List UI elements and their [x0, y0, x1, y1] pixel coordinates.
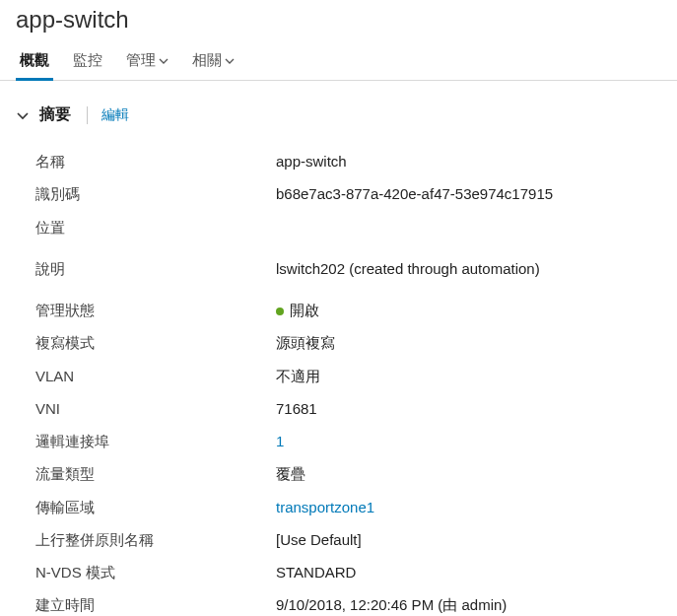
tab-related[interactable]: 相關	[188, 43, 238, 80]
chevron-down-icon[interactable]	[16, 108, 30, 122]
value-name: app-switch	[276, 150, 347, 172]
row-created: 建立時間 9/10/2018, 12:20:46 PM (由 admin)	[35, 588, 677, 616]
row-logical-ports: 邏輯連接埠 1	[35, 425, 677, 457]
value-transport-zone-link[interactable]: transportzone1	[276, 496, 374, 518]
value-description: lswitch202 (created through automation)	[276, 257, 540, 280]
status-dot-icon	[276, 308, 284, 315]
row-location: 位置	[35, 211, 677, 243]
label-replication-mode: 複寫模式	[35, 331, 276, 354]
chevron-down-icon	[225, 56, 235, 66]
label-transport-zone: 傳輸區域	[35, 496, 276, 518]
label-created: 建立時間	[35, 593, 276, 616]
summary-details: 名稱 app-switch 識別碼 b68e7ac3-877a-420e-af4…	[0, 131, 677, 616]
label-admin-status: 管理狀態	[35, 299, 276, 321]
tab-overview[interactable]: 概觀	[16, 43, 53, 80]
row-name: 名稱 app-switch	[35, 145, 677, 177]
value-uplink-teaming-policy: [Use Default]	[276, 528, 362, 551]
value-vlan: 不適用	[276, 365, 320, 387]
value-traffic-type: 覆疊	[276, 462, 305, 485]
chevron-down-icon	[159, 56, 169, 66]
row-description: 說明 lswitch202 (created through automatio…	[35, 243, 677, 285]
row-replication-mode: 複寫模式 源頭複寫	[35, 326, 677, 359]
section-header-summary: 摘要 編輯	[0, 81, 677, 131]
label-description: 說明	[35, 257, 276, 280]
row-traffic-type: 流量類型 覆疊	[35, 457, 677, 490]
row-vni: VNI 71681	[35, 392, 677, 425]
value-vni: 71681	[276, 397, 317, 420]
tab-monitor-label: 監控	[73, 51, 102, 70]
tab-overview-label: 概觀	[20, 51, 49, 70]
value-admin-status: 開啟	[276, 299, 319, 321]
value-id: b68e7ac3-877a-420e-af47-53e974c17915	[276, 182, 553, 205]
edit-link[interactable]: 編輯	[102, 106, 129, 124]
row-uplink-teaming-policy: 上行整併原則名稱 [Use Default]	[35, 523, 677, 556]
section-title: 摘要	[39, 104, 71, 125]
tab-manage-label: 管理	[126, 51, 156, 70]
value-replication-mode: 源頭複寫	[276, 331, 335, 354]
label-name: 名稱	[35, 150, 276, 172]
row-nvds-mode: N-VDS 模式 STANDARD	[35, 556, 677, 588]
label-id: 識別碼	[35, 182, 276, 205]
value-logical-ports-link[interactable]: 1	[276, 430, 284, 452]
value-nvds-mode: STANDARD	[276, 561, 356, 583]
tab-related-label: 相關	[192, 51, 222, 70]
tab-monitor[interactable]: 監控	[69, 43, 106, 80]
label-traffic-type: 流量類型	[35, 462, 276, 485]
label-vlan: VLAN	[35, 365, 276, 387]
label-vni: VNI	[35, 397, 276, 420]
row-id: 識別碼 b68e7ac3-877a-420e-af47-53e974c17915	[35, 177, 677, 210]
page-title: app-switch	[0, 0, 677, 43]
row-vlan: VLAN 不適用	[35, 360, 677, 392]
row-admin-status: 管理狀態 開啟	[35, 285, 677, 326]
value-created: 9/10/2018, 12:20:46 PM (由 admin)	[276, 593, 507, 616]
row-transport-zone: 傳輸區域 transportzone1	[35, 491, 677, 523]
label-nvds-mode: N-VDS 模式	[35, 561, 276, 583]
label-logical-ports: 邏輯連接埠	[35, 430, 276, 452]
divider	[87, 106, 88, 124]
label-location: 位置	[35, 216, 276, 239]
label-uplink-teaming-policy: 上行整併原則名稱	[35, 528, 276, 551]
tab-manage[interactable]: 管理	[122, 43, 172, 80]
admin-status-text: 開啟	[290, 302, 319, 318]
tab-bar: 概觀 監控 管理 相關	[0, 43, 677, 81]
